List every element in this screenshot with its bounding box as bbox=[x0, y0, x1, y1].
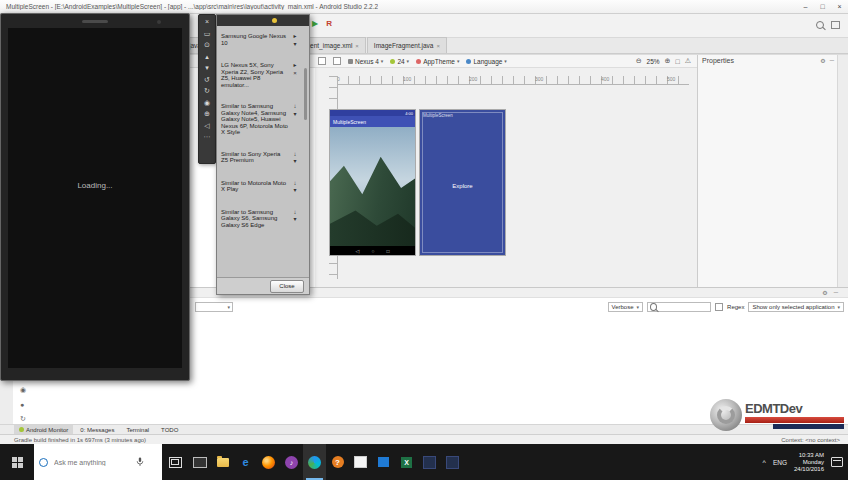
rotate-right-icon[interactable]: ↻ bbox=[204, 87, 210, 95]
close-icon[interactable]: × bbox=[436, 43, 440, 49]
android-studio-app[interactable] bbox=[303, 444, 326, 480]
app-filter-dropdown[interactable]: Show only selected application ▾ bbox=[748, 302, 844, 312]
zoom-fit-icon[interactable]: □ bbox=[675, 58, 679, 65]
minimize-icon[interactable]: ▭ bbox=[204, 30, 211, 38]
close-icon[interactable]: × bbox=[205, 18, 209, 26]
chevron-down-icon: ▾ bbox=[457, 58, 460, 64]
store-app[interactable] bbox=[372, 444, 395, 480]
notification-center-icon[interactable] bbox=[831, 457, 843, 467]
search-icon[interactable] bbox=[816, 21, 824, 29]
close-icon[interactable]: × bbox=[355, 43, 359, 49]
emulator-window[interactable]: Loading... bbox=[0, 13, 190, 381]
chevron-down-icon: ▾ bbox=[837, 304, 840, 310]
task-view-button[interactable] bbox=[162, 444, 188, 480]
gear-icon[interactable]: ⚙ bbox=[822, 289, 827, 296]
design-preview-phone[interactable]: 4:00 MultipleScreen ◁ ○ □ bbox=[330, 110, 415, 255]
microphone-icon[interactable] bbox=[136, 453, 144, 471]
play-icon[interactable]: ▸ bbox=[291, 33, 299, 40]
rotate-left-icon[interactable]: ↺ bbox=[204, 76, 210, 84]
design-surface-icon[interactable] bbox=[318, 57, 326, 65]
close-button[interactable]: × bbox=[831, 0, 848, 13]
folder-icon bbox=[217, 458, 229, 467]
device-list-item[interactable]: Similar to Samsung Galaxy Note4, Samsung… bbox=[221, 103, 299, 136]
screenshot-icon[interactable]: ◉ bbox=[20, 386, 26, 394]
tab-terminal[interactable]: Terminal bbox=[121, 425, 154, 434]
maximize-button[interactable]: □ bbox=[814, 0, 831, 13]
cortana-search-box[interactable] bbox=[34, 444, 162, 480]
log-level-dropdown[interactable]: Verbose ▾ bbox=[608, 302, 644, 312]
device-list-item[interactable]: Similar to Samsung Galaxy S6, Samsung Ga… bbox=[221, 209, 299, 229]
language-indicator[interactable]: ENG bbox=[773, 459, 787, 466]
more-icon[interactable]: ⋯ bbox=[204, 133, 211, 141]
play-icon[interactable]: ▸ bbox=[291, 62, 299, 69]
blueprint-textview-explore[interactable]: Explore bbox=[420, 183, 505, 189]
edge-app[interactable]: e bbox=[234, 444, 257, 480]
sync-button[interactable]: R bbox=[326, 19, 332, 28]
emulator-screen[interactable]: Loading... bbox=[8, 28, 182, 368]
screenshot-icon[interactable]: ◉ bbox=[204, 99, 210, 107]
music-app[interactable]: ♪ bbox=[280, 444, 303, 480]
theme-selector[interactable]: AppTheme ▾ bbox=[416, 58, 459, 65]
run-button[interactable]: ▶ bbox=[312, 19, 318, 28]
tab-messages[interactable]: 0: Messages bbox=[75, 425, 119, 434]
device-list-item[interactable]: Similar to Sony Xperia Z5 Premium ↓▾ bbox=[221, 151, 299, 165]
dark-app-2[interactable] bbox=[441, 444, 464, 480]
download-icon[interactable]: ↓ bbox=[291, 103, 299, 110]
gear-icon[interactable]: ⚙ bbox=[820, 57, 825, 64]
tab-imagefragment-java[interactable]: ImageFragment.java × bbox=[367, 37, 447, 53]
help-app[interactable]: ? bbox=[326, 444, 349, 480]
collapse-icon[interactable]: ─ bbox=[830, 57, 834, 64]
tab-android-monitor[interactable]: Android Monitor bbox=[14, 425, 73, 434]
start-button[interactable] bbox=[0, 444, 34, 480]
close-popup-button[interactable]: Close bbox=[270, 280, 304, 293]
volume-up-icon[interactable]: ▴ bbox=[205, 53, 209, 61]
excel-app[interactable]: X bbox=[395, 444, 418, 480]
minimize-button[interactable]: – bbox=[797, 0, 814, 13]
device-dropdown[interactable]: ▾ bbox=[195, 302, 233, 312]
chevron-down-icon[interactable]: ▾ bbox=[291, 158, 299, 165]
dark-app-1[interactable] bbox=[418, 444, 441, 480]
download-icon[interactable]: ↓ bbox=[291, 180, 299, 187]
cortana-search-input[interactable] bbox=[52, 458, 132, 467]
device-selector[interactable]: Nexus 4 ▾ bbox=[348, 58, 383, 65]
logcat-search-input[interactable] bbox=[659, 304, 708, 310]
close-icon[interactable]: × bbox=[291, 70, 299, 77]
system-monitor-app[interactable] bbox=[188, 444, 211, 480]
device-list-item[interactable]: Similar to Motorola Moto X Play ↓▾ bbox=[221, 180, 299, 194]
taskbar-clock[interactable]: 10:33 AM Monday 24/10/2016 bbox=[794, 452, 824, 473]
window-app[interactable] bbox=[349, 444, 372, 480]
chevron-down-icon[interactable]: ▾ bbox=[291, 216, 299, 223]
blueprint-preview-phone[interactable]: MultipleScreen Explore bbox=[420, 110, 505, 255]
file-explorer-app[interactable] bbox=[211, 444, 234, 480]
tab-todo[interactable]: TODO bbox=[156, 425, 183, 434]
scrollbar[interactable] bbox=[304, 68, 307, 120]
warning-icon[interactable]: ⚠ bbox=[685, 57, 691, 65]
device-list-item[interactable]: Samsung Google Nexus 10 ▸▾ bbox=[221, 33, 299, 47]
volume-down-icon[interactable]: ▾ bbox=[205, 64, 209, 72]
zoom-out-icon[interactable]: ⊖ bbox=[636, 57, 642, 65]
locale-selector[interactable]: Language ▾ bbox=[466, 58, 506, 65]
logcat-search-field[interactable] bbox=[647, 302, 711, 312]
record-icon[interactable]: ● bbox=[20, 401, 26, 408]
zoom-in-icon[interactable]: ⊕ bbox=[665, 57, 671, 65]
chevron-down-icon[interactable]: ▾ bbox=[291, 41, 299, 48]
panel-toggle-icon[interactable] bbox=[831, 21, 840, 29]
api-selector[interactable]: 24 ▾ bbox=[390, 58, 409, 65]
collapse-icon[interactable]: ─ bbox=[834, 289, 838, 296]
design-canvas[interactable]: 0 100 200 300 400 500 4:00 MultipleScree… bbox=[315, 68, 697, 287]
task-view-icon bbox=[169, 457, 182, 468]
zoom-icon[interactable]: ⊕ bbox=[204, 110, 210, 118]
regex-checkbox[interactable] bbox=[715, 303, 723, 311]
download-icon[interactable]: ↓ bbox=[291, 151, 299, 158]
firefox-app[interactable] bbox=[257, 444, 280, 480]
orientation-icon[interactable] bbox=[333, 57, 341, 65]
power-icon[interactable]: ⊙ bbox=[204, 41, 210, 49]
chevron-down-icon[interactable]: ▾ bbox=[291, 111, 299, 118]
device-list-item[interactable]: LG Nexus 5X, Sony Xperia Z2, Sony Xperia… bbox=[221, 62, 299, 88]
tray-expand-icon[interactable]: ^ bbox=[763, 459, 766, 466]
chevron-down-icon[interactable]: ▾ bbox=[291, 187, 299, 194]
restart-icon[interactable]: ↻ bbox=[20, 415, 26, 423]
preview-imageview-mountains[interactable] bbox=[330, 127, 415, 246]
download-icon[interactable]: ↓ bbox=[291, 209, 299, 216]
back-icon[interactable]: ◁ bbox=[204, 122, 209, 130]
